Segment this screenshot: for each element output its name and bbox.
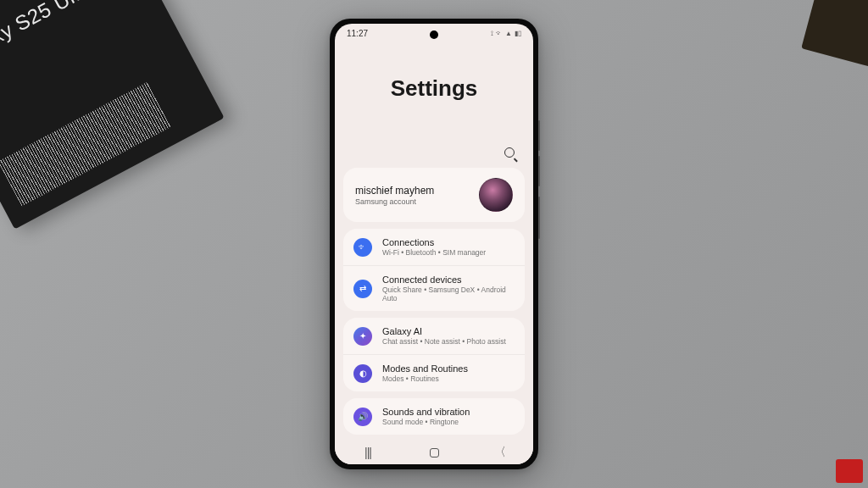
nav-home[interactable] bbox=[427, 446, 441, 459]
corner-object bbox=[801, 0, 868, 68]
row-sub: Quick Share • Samsung DeX • Android Auto bbox=[382, 286, 515, 302]
row-title: Sounds and vibration bbox=[382, 407, 470, 417]
settings-header: Settings bbox=[335, 40, 533, 147]
page-title: Settings bbox=[335, 75, 533, 102]
devices-icon: ⇄ bbox=[353, 280, 372, 298]
row-text: ConnectionsWi-Fi • Bluetooth • SIM manag… bbox=[382, 237, 486, 257]
nav-bar: ||| 〈 bbox=[335, 441, 533, 464]
account-row[interactable]: mischief mayhem Samsung account bbox=[343, 168, 525, 222]
brand-badge bbox=[836, 459, 863, 483]
status-icons: ⟟ ᯤ ▲ ▮▯ bbox=[491, 30, 521, 38]
settings-group-1: ✦Galaxy AIChat assist • Note assist • Ph… bbox=[343, 318, 525, 391]
ai-icon: ✦ bbox=[353, 327, 372, 346]
settings-row-sounds-and-vibration[interactable]: 🔊Sounds and vibrationSound mode • Ringto… bbox=[343, 398, 525, 435]
account-name: mischief mayhem bbox=[355, 185, 434, 197]
settings-group-0: ᯤConnectionsWi-Fi • Bluetooth • SIM mana… bbox=[343, 229, 525, 311]
location-off-icon: ⟟ bbox=[491, 30, 493, 38]
account-info: mischief mayhem Samsung account bbox=[355, 185, 434, 206]
product-box-label: Galaxy S25 Ultra bbox=[0, 0, 101, 69]
settings-row-modes-and-routines[interactable]: ◐Modes and RoutinesModes • Routines bbox=[343, 355, 525, 391]
search-row bbox=[335, 147, 533, 168]
nav-back[interactable]: 〈 bbox=[493, 446, 507, 459]
row-text: Sounds and vibrationSound mode • Rington… bbox=[382, 407, 470, 426]
row-text: Galaxy AIChat assist • Note assist • Pho… bbox=[382, 326, 506, 346]
settings-row-connections[interactable]: ᯤConnectionsWi-Fi • Bluetooth • SIM mana… bbox=[343, 229, 525, 266]
row-title: Connections bbox=[382, 237, 486, 247]
signal-icon: ▲ bbox=[505, 30, 512, 37]
barcode bbox=[0, 82, 171, 207]
row-title: Galaxy AI bbox=[382, 326, 506, 336]
status-time: 11:27 bbox=[347, 29, 368, 38]
settings-group-2: 🔊Sounds and vibrationSound mode • Ringto… bbox=[343, 398, 525, 435]
row-sub: Chat assist • Note assist • Photo assist bbox=[382, 337, 506, 346]
row-sub: Sound mode • Ringtone bbox=[382, 418, 470, 426]
row-title: Modes and Routines bbox=[382, 363, 468, 374]
phone-frame: 11:27 ⟟ ᯤ ▲ ▮▯ Settings mischief mayhem … bbox=[330, 19, 538, 469]
avatar[interactable] bbox=[479, 178, 513, 212]
modes-icon: ◐ bbox=[353, 364, 372, 383]
phone-screen: 11:27 ⟟ ᯤ ▲ ▮▯ Settings mischief mayhem … bbox=[335, 24, 533, 464]
battery-icon: ▮▯ bbox=[515, 30, 521, 37]
row-sub: Wi-Fi • Bluetooth • SIM manager bbox=[382, 248, 486, 257]
settings-row-connected-devices[interactable]: ⇄Connected devicesQuick Share • Samsung … bbox=[343, 266, 525, 311]
camera-punch bbox=[430, 30, 438, 39]
wifi-icon: ᯤ bbox=[353, 238, 372, 257]
volume-up-button bbox=[538, 120, 540, 151]
search-icon[interactable] bbox=[504, 147, 518, 161]
sound-icon: 🔊 bbox=[353, 408, 372, 426]
wifi-icon: ᯤ bbox=[496, 30, 503, 37]
row-title: Connected devices bbox=[382, 274, 515, 285]
nav-recents[interactable]: ||| bbox=[361, 446, 375, 459]
account-sub: Samsung account bbox=[355, 197, 434, 206]
account-card[interactable]: mischief mayhem Samsung account bbox=[343, 168, 525, 222]
power-button bbox=[538, 197, 540, 239]
volume-down-button bbox=[538, 156, 540, 186]
row-text: Modes and RoutinesModes • Routines bbox=[382, 363, 468, 383]
product-box: Galaxy S25 Ultra bbox=[0, 0, 225, 230]
settings-row-galaxy-ai[interactable]: ✦Galaxy AIChat assist • Note assist • Ph… bbox=[343, 318, 525, 355]
row-sub: Modes • Routines bbox=[382, 374, 468, 383]
row-text: Connected devicesQuick Share • Samsung D… bbox=[382, 274, 515, 302]
settings-list[interactable]: mischief mayhem Samsung account ᯤConnect… bbox=[335, 168, 533, 435]
